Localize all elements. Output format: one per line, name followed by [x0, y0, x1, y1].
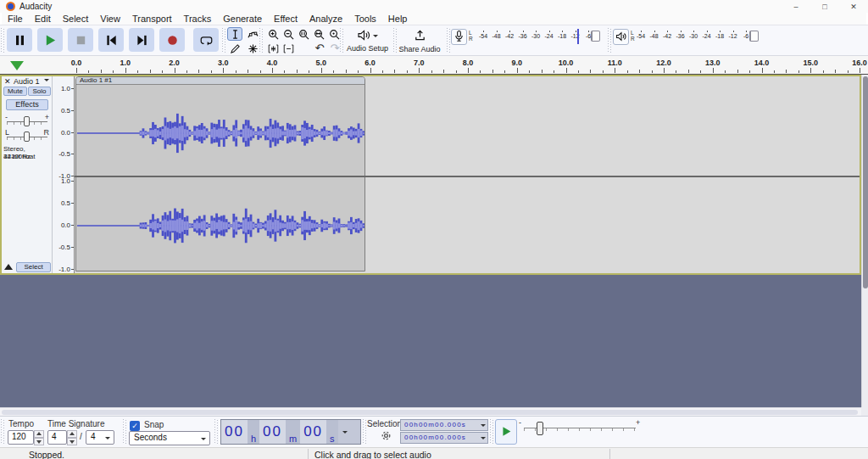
toolbar-grip[interactable] — [608, 28, 612, 53]
menu-file[interactable]: File — [2, 14, 29, 24]
gain-slider-thumb[interactable] — [24, 116, 30, 126]
scale-label: 0.0 — [53, 221, 70, 229]
share-audio-label: Share Audio — [398, 45, 440, 53]
clip-header[interactable]: Audio 1 #1 — [76, 77, 364, 85]
ruler-label: 0.0 — [66, 59, 86, 67]
speed-plus-label: + — [636, 418, 640, 427]
waveform-channel-left[interactable] — [76, 85, 364, 176]
toolbar-grip[interactable] — [123, 419, 127, 445]
time-display-unit[interactable]: m — [286, 420, 300, 444]
toolbar-grip[interactable] — [1, 419, 5, 445]
selection-start-field[interactable]: 00h00m00.000s — [400, 419, 488, 431]
tempo-input[interactable]: 120 — [8, 430, 34, 445]
horizontal-scrollbar[interactable] — [0, 407, 868, 416]
menu-generate[interactable]: Generate — [217, 14, 268, 24]
mute-button[interactable]: Mute — [3, 87, 27, 96]
time-display-value[interactable]: 00 — [221, 420, 248, 444]
multi-tool-tool-button[interactable] — [245, 42, 260, 55]
menu-effect[interactable]: Effect — [268, 14, 303, 24]
toolbar-grip[interactable] — [222, 28, 226, 53]
play-button[interactable] — [37, 28, 63, 52]
time-display-unit[interactable]: s — [326, 420, 338, 444]
undo-button[interactable]: ↶ — [312, 42, 327, 55]
track-name[interactable]: Audio 1 — [14, 77, 40, 86]
menu-transport[interactable]: Transport — [126, 14, 178, 24]
window-title: Audacity — [19, 2, 52, 11]
effects-button[interactable]: Effects — [6, 99, 48, 110]
toolbar-grip[interactable] — [1, 28, 5, 53]
record-meter-mic-button[interactable] — [451, 29, 467, 45]
loop-button[interactable] — [193, 28, 219, 52]
menu-edit[interactable]: Edit — [29, 14, 57, 24]
timeline-pin-icon[interactable] — [10, 61, 24, 70]
zoom-out-button[interactable] — [281, 27, 296, 41]
time-display-value[interactable]: 00 — [300, 420, 326, 444]
menu-select[interactable]: Select — [57, 14, 95, 24]
stop-button[interactable] — [68, 28, 93, 52]
ruler-label: 12.0 — [654, 59, 674, 67]
tempo-spinner[interactable] — [34, 430, 44, 445]
time-display-value[interactable]: 00 — [259, 420, 286, 444]
horizontal-scrollbar-thumb[interactable] — [2, 410, 858, 415]
audio-track[interactable]: ✕ Audio 1 Mute Solo Effects - + L R Ster… — [0, 75, 861, 275]
gain-slider[interactable]: - + — [3, 115, 51, 128]
ruler-label: 10.0 — [556, 59, 576, 67]
select-track-button[interactable]: Select — [16, 262, 51, 272]
waveform-channel-right[interactable] — [76, 178, 364, 272]
speed-slider-thumb[interactable] — [537, 422, 543, 435]
play-at-speed-button[interactable] — [495, 419, 517, 445]
collapse-track-icon[interactable] — [4, 260, 13, 270]
snap-mode-select[interactable]: Seconds — [129, 431, 210, 445]
draw-tool-button[interactable] — [227, 42, 242, 55]
scale-label: 0.5 — [53, 107, 70, 115]
menu-view[interactable]: View — [94, 14, 126, 24]
zoom-fit-button[interactable] — [311, 27, 326, 41]
vertical-scrollbar[interactable] — [861, 75, 868, 407]
minimize-button[interactable]: – — [782, 0, 810, 13]
time-signature-spinner[interactable] — [67, 430, 77, 445]
pan-slider-thumb[interactable] — [24, 132, 30, 142]
pan-slider[interactable]: L R — [3, 130, 51, 143]
vertical-scrollbar-thumb[interactable] — [863, 76, 868, 288]
ruler-label: 14.0 — [752, 59, 772, 67]
track-canvas[interactable]: Audio 1 #1 — [75, 76, 860, 273]
time-signature-lower-select[interactable]: 4 — [86, 430, 114, 445]
skip-to-end-button[interactable] — [129, 28, 154, 52]
gear-icon[interactable] — [381, 430, 392, 443]
menu-help[interactable]: Help — [382, 14, 414, 24]
track-close-button[interactable]: ✕ — [4, 77, 11, 86]
speed-minus-label: - — [519, 418, 521, 427]
toolbar-grip[interactable] — [490, 419, 494, 445]
snap-checkbox[interactable]: ✓ — [130, 421, 140, 431]
envelope-tool-button[interactable] — [245, 27, 260, 41]
vertical-scale[interactable]: 1.00.50.0-0.5-1.01.00.50.0-0.5-1.0 — [53, 76, 75, 273]
solo-button[interactable]: Solo — [28, 87, 51, 96]
audio-clip[interactable]: Audio 1 #1 — [75, 76, 365, 271]
share-audio-button[interactable]: Share Audio — [395, 26, 444, 55]
trim-outside-selection-button[interactable] — [265, 42, 281, 55]
playback-meter-speaker-button[interactable] — [613, 29, 629, 45]
time-display[interactable]: 00h00m00s — [220, 419, 361, 445]
timeline-ruler[interactable]: 0.01.02.03.04.05.06.07.08.09.010.011.012… — [0, 56, 868, 75]
record-button[interactable] — [159, 28, 185, 52]
pause-button[interactable] — [7, 28, 32, 52]
zoom-selection-button[interactable] — [296, 27, 311, 41]
toolbar-grip[interactable] — [259, 28, 264, 53]
selection-tool-button[interactable] — [227, 27, 242, 41]
skip-to-start-button[interactable] — [98, 28, 124, 52]
scale-label: -0.5 — [53, 243, 70, 251]
close-button[interactable]: ✕ — [839, 0, 868, 13]
track-menu-caret-icon[interactable] — [44, 79, 49, 84]
menu-tools[interactable]: Tools — [348, 14, 382, 24]
track-area[interactable]: ✕ Audio 1 Mute Solo Effects - + L R Ster… — [0, 75, 861, 407]
time-signature-upper-input[interactable]: 4 — [47, 430, 67, 445]
menu-analyze[interactable]: Analyze — [303, 14, 348, 24]
maximize-button[interactable]: □ — [810, 0, 839, 13]
toolbar-grip[interactable] — [214, 419, 219, 445]
zoom-in-button[interactable] — [265, 27, 281, 41]
selection-end-field[interactable]: 00h00m00.000s — [400, 432, 488, 444]
silence-selection-button[interactable] — [281, 42, 296, 55]
time-display-unit[interactable]: h — [248, 420, 259, 444]
audio-setup-button[interactable]: Audio Setup — [343, 26, 392, 55]
menu-tracks[interactable]: Tracks — [178, 14, 218, 24]
